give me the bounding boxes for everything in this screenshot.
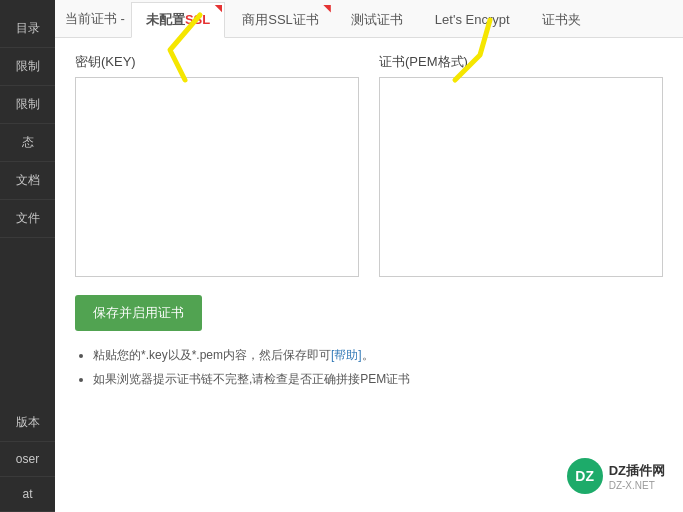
tab-lets-encrypt[interactable]: Let's Encrypt [420,3,525,36]
tips-list: 粘贴您的*.key以及*.pem内容，然后保存即可[帮助]。 如果浏览器提示证书… [75,346,663,389]
tab-current-cert[interactable]: 未配置SSL [131,2,225,38]
tab-test-cert[interactable]: 测试证书 [336,2,418,38]
sidebar-item-limit1[interactable]: 限制 [0,48,55,86]
sidebar-item-state[interactable]: 态 [0,124,55,162]
sidebar-item-at[interactable]: at [0,477,55,512]
cert-group: 证书(PEM格式) [379,53,663,280]
cert-textarea[interactable] [379,77,663,277]
save-button[interactable]: 保存并启用证书 [75,295,202,331]
key-textarea[interactable] [75,77,359,277]
dz-main-text: DZ插件网 [609,462,665,480]
dz-logo: DZ DZ插件网 DZ-X.NET [567,458,665,494]
sidebar: 目录 限制 限制 态 文档 文件 版本 oser [0,0,55,512]
dz-sub-text: DZ-X.NET [609,480,665,491]
sidebar-item-docs[interactable]: 文档 [0,162,55,200]
tabs-bar: 当前证书 - 未配置SSL 商用SSL证书 测试证书 Let's Encrypt [55,0,683,38]
sidebar-item-directory[interactable]: 目录 [0,10,55,48]
tip-item-2: 如果浏览器提示证书链不完整,请检查是否正确拼接PEM证书 [93,370,663,389]
help-link[interactable]: [帮助] [331,348,362,362]
cert-label: 证书(PEM格式) [379,53,663,71]
content-area: 密钥(KEY) 证书(PEM格式) 保存并启用证书 粘贴您的*.key以及*.p… [55,38,683,512]
page-wrapper: 目录 限制 限制 态 文档 文件 版本 oser [0,0,683,512]
sidebar-item-version[interactable]: 版本 [0,404,55,442]
tab-marker [214,5,222,13]
sidebar-item-files[interactable]: 文件 [0,200,55,238]
tab-cert-folder[interactable]: 证书夹 [527,2,596,38]
form-row: 密钥(KEY) 证书(PEM格式) [75,53,663,280]
dz-brand: DZ插件网 DZ-X.NET [609,462,665,491]
dz-circle-icon: DZ [567,458,603,494]
tip-item-1: 粘贴您的*.key以及*.pem内容，然后保存即可[帮助]。 [93,346,663,365]
breadcrumb-label: 当前证书 - [65,10,125,28]
tab-marker-commercial [323,5,331,13]
main-content: 当前证书 - 未配置SSL 商用SSL证书 测试证书 Let's Encrypt [55,0,683,512]
sidebar-item-limit2[interactable]: 限制 [0,86,55,124]
key-group: 密钥(KEY) [75,53,359,280]
sidebar-item-composer[interactable]: oser [0,442,55,477]
key-label: 密钥(KEY) [75,53,359,71]
tab-commercial-ssl[interactable]: 商用SSL证书 [227,2,334,38]
